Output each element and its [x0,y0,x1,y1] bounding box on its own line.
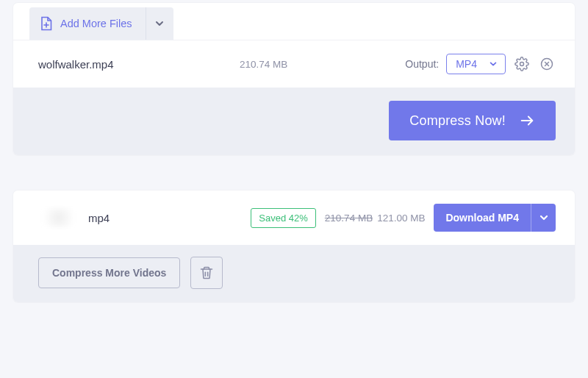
trash-icon [199,265,214,280]
chevron-down-icon [154,18,165,29]
size-before: 210.74 MB [325,213,373,224]
size-after: 121.00 MB [377,213,425,224]
size-comparison: 210.74 MB 121.00 MB [325,213,426,224]
close-circle-icon [539,57,554,71]
result-row: mp4 Saved 42% 210.74 MB 121.00 MB Downlo… [13,190,575,245]
add-files-button-group: Add More Files [29,7,173,40]
upload-card: Add More Files wolfwalker.mp4 210.74 MB … [13,3,575,155]
remove-file-button[interactable] [538,55,556,73]
file-name: wolfwalker.mp4 [38,58,229,71]
download-button-group: Download MP4 [434,204,556,232]
svg-point-0 [520,63,524,66]
compress-now-label: Compress Now! [409,113,506,129]
output-format-value: MP4 [456,58,477,70]
compress-now-button[interactable]: Compress Now! [389,101,556,140]
add-more-files-button[interactable]: Add More Files [29,7,146,40]
add-files-row: Add More Files [13,3,575,40]
output-group: Output: MP4 [405,54,556,74]
add-more-files-label: Add More Files [60,18,132,29]
delete-button[interactable] [190,257,223,289]
file-row: wolfwalker.mp4 210.74 MB Output: MP4 [13,40,575,88]
file-size: 210.74 MB [240,59,395,70]
add-files-dropdown[interactable] [146,7,173,40]
result-footer: Compress More Videos [13,245,575,302]
download-button[interactable]: Download MP4 [434,204,531,232]
result-file-ext: mp4 [88,212,110,224]
arrow-right-icon [519,113,535,129]
video-thumbnail [38,208,79,227]
gear-icon [514,57,529,71]
output-format-select[interactable]: MP4 [446,54,506,74]
chevron-down-icon [539,213,549,223]
output-label: Output: [405,58,439,70]
settings-button[interactable] [513,55,531,73]
compress-action-row: Compress Now! [13,88,575,155]
download-dropdown[interactable] [531,204,556,232]
chevron-down-icon [489,60,498,68]
result-card: mp4 Saved 42% 210.74 MB 121.00 MB Downlo… [13,190,575,302]
saved-badge: Saved 42% [251,208,316,228]
compress-more-button[interactable]: Compress More Videos [38,257,180,288]
add-file-icon [40,16,53,31]
